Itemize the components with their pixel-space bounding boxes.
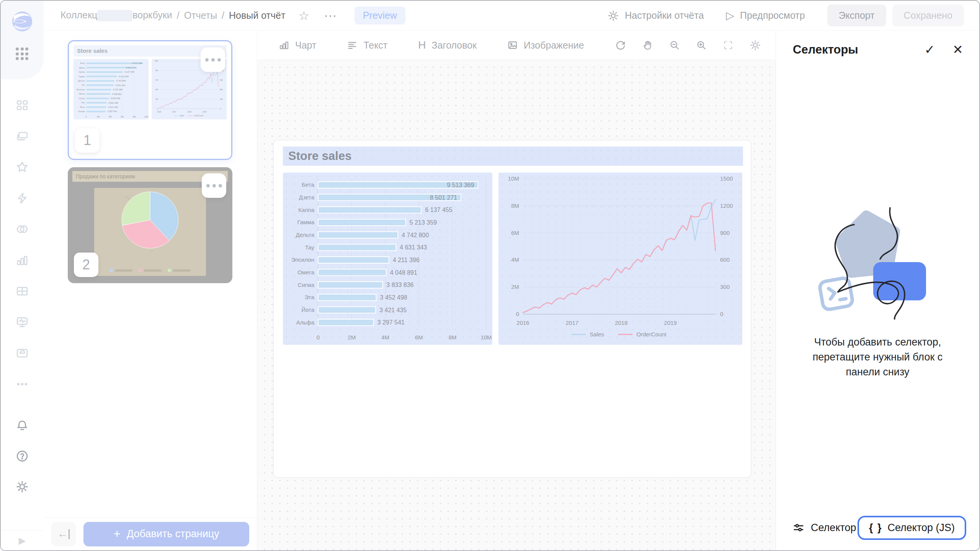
svg-text:Гамма: Гамма <box>78 75 85 78</box>
preview-badge[interactable]: Preview <box>354 7 405 24</box>
svg-text:4 631 343: 4 631 343 <box>400 244 427 251</box>
add-page-button[interactable]: + Добавить страницу <box>83 522 249 546</box>
svg-text:Эпсилон: Эпсилон <box>77 88 85 91</box>
topbar: Коллекцворкбуки / Отчеты / Новый отчёт ☆… <box>44 1 979 31</box>
svg-text:Омега: Омега <box>79 93 85 95</box>
svg-text:2019: 2019 <box>203 111 206 112</box>
page-thumbnail-1[interactable]: Store sales 02M4M6M8M10MБета9 513 369Дзе… <box>68 40 232 160</box>
monitoring-icon[interactable] <box>15 315 29 329</box>
gear-icon <box>608 10 619 21</box>
apply-check-icon[interactable]: ✓ <box>924 42 935 57</box>
empty-state-illustration <box>809 205 947 320</box>
svg-text:4M: 4M <box>381 334 389 341</box>
preview-action-button[interactable]: ▷ Предпросмотр <box>726 9 805 22</box>
breadcrumb-collection[interactable]: Коллекцворкбуки <box>60 10 172 21</box>
svg-text:Альфа: Альфа <box>296 319 315 326</box>
svg-text:0: 0 <box>220 108 221 109</box>
svg-text:2M: 2M <box>155 98 158 100</box>
svg-text:2016: 2016 <box>516 320 529 326</box>
insert-chart-button[interactable]: Чарт <box>279 40 316 51</box>
collapse-panel-button[interactable]: ← <box>51 522 76 546</box>
canvas-column: Чарт Текст H Заголовок Изображение <box>257 31 776 550</box>
line-chart: 002M3004M6006M9008M120010M15002016201720… <box>498 173 742 345</box>
chart-icon <box>279 40 289 51</box>
canvas-area[interactable]: Store sales 02M4M6M8M10MБета9 513 369Дзе… <box>257 60 776 550</box>
svg-text:3 421 435: 3 421 435 <box>108 106 118 108</box>
datasets-table-icon[interactable] <box>15 284 29 298</box>
insert-image-button[interactable]: Изображение <box>507 40 584 51</box>
fit-screen-button[interactable] <box>723 40 733 51</box>
svg-text:3 452 498: 3 452 498 <box>108 102 118 104</box>
more-menu-icon[interactable]: ⋯ <box>324 8 338 23</box>
notifications-bell-icon[interactable] <box>15 419 29 432</box>
refresh-button[interactable] <box>615 39 626 51</box>
back-arrow-icon: ← <box>57 528 68 540</box>
svg-text:4 631 343: 4 631 343 <box>115 84 125 86</box>
svg-text:OrderCount: OrderCount <box>194 115 204 117</box>
svg-text:8 501 271: 8 501 271 <box>430 194 457 201</box>
svg-text:2M: 2M <box>348 334 356 341</box>
datalens-logo-icon[interactable] <box>11 11 33 32</box>
store-sales-widget[interactable]: Store sales 02M4M6M8M10MБета9 513 369Дзе… <box>273 140 751 478</box>
page-thumbnail-2[interactable]: Продажи по категориям 2 <box>68 167 232 283</box>
svg-text:4 742 800: 4 742 800 <box>402 232 429 238</box>
svg-text:Бета: Бета <box>80 62 85 64</box>
svg-text:9 513 369: 9 513 369 <box>132 62 142 64</box>
svg-text:2M: 2M <box>511 284 519 290</box>
svg-text:Дзета: Дзета <box>299 194 315 201</box>
expand-rail-icon[interactable]: ▶ <box>19 535 26 546</box>
saved-button[interactable]: Сохранено <box>892 5 964 26</box>
collections-icon[interactable] <box>15 129 29 143</box>
charts-icon[interactable] <box>15 253 29 267</box>
breadcrumb: Коллекцворкбуки / Отчеты / Новый отчёт <box>60 10 285 21</box>
plus-icon: + <box>113 527 121 541</box>
more-services-icon[interactable] <box>15 377 29 391</box>
export-button[interactable]: Экспорт <box>827 5 886 26</box>
favorites-icon[interactable] <box>15 160 29 174</box>
help-icon[interactable] <box>15 449 29 463</box>
svg-text:Омега: Омега <box>297 269 314 276</box>
insert-heading-button[interactable]: H Заголовок <box>418 39 477 51</box>
zoom-in-button[interactable] <box>696 40 707 51</box>
svg-text:10M: 10M <box>155 60 158 62</box>
svg-text:8M: 8M <box>449 334 457 341</box>
add-selector-button[interactable]: Селектор <box>793 522 856 534</box>
breadcrumb-reports[interactable]: Отчеты <box>184 10 217 21</box>
svg-text:4M: 4M <box>109 116 111 118</box>
svg-text:Эпсилон: Эпсилон <box>291 256 314 263</box>
favorite-star-icon[interactable]: ☆ <box>298 8 309 23</box>
widget-title: Store sales <box>283 147 743 166</box>
canvas-settings-button[interactable] <box>750 39 761 51</box>
report-settings-button[interactable]: Настройки отчёта <box>608 10 704 21</box>
page-number-badge: 1 <box>75 128 100 153</box>
svg-text:8M: 8M <box>155 70 158 72</box>
zoom-out-button[interactable] <box>669 40 680 51</box>
editor-bolt-icon[interactable] <box>15 191 29 205</box>
text-lines-icon <box>347 40 358 51</box>
svg-text:1200: 1200 <box>720 202 733 209</box>
insert-text-button[interactable]: Текст <box>347 40 387 51</box>
connections-icon[interactable] <box>15 222 29 236</box>
add-selector-js-button[interactable]: { } Селектор (JS) <box>858 516 966 540</box>
svg-text:900: 900 <box>220 79 223 81</box>
svg-text:2019: 2019 <box>664 320 677 326</box>
svg-text:300: 300 <box>720 284 730 290</box>
settings-gear-icon[interactable] <box>15 480 29 494</box>
pan-hand-button[interactable] <box>642 40 653 51</box>
svg-text:4 211 396: 4 211 396 <box>393 257 420 263</box>
thumb2-menu-icon[interactable] <box>202 173 226 198</box>
close-icon[interactable]: ✕ <box>952 42 963 57</box>
svg-text:3 297 541: 3 297 541 <box>377 319 405 326</box>
svg-text:Sales: Sales <box>180 115 184 117</box>
breadcrumb-separator: / <box>177 10 180 21</box>
svg-text:4 742 800: 4 742 800 <box>116 80 126 82</box>
sliders-icon <box>793 522 804 533</box>
svg-text:8M: 8M <box>511 202 519 209</box>
storage-folder-icon[interactable] <box>15 346 29 360</box>
dashboards-icon[interactable] <box>15 98 29 112</box>
svg-text:2018: 2018 <box>188 111 191 112</box>
svg-text:8M: 8M <box>133 116 136 118</box>
apps-grid-icon[interactable] <box>16 47 29 60</box>
thumb1-menu-icon[interactable] <box>201 47 225 72</box>
empty-state-hint: Чтобы добавить селектор, перетащите нужн… <box>776 335 979 380</box>
